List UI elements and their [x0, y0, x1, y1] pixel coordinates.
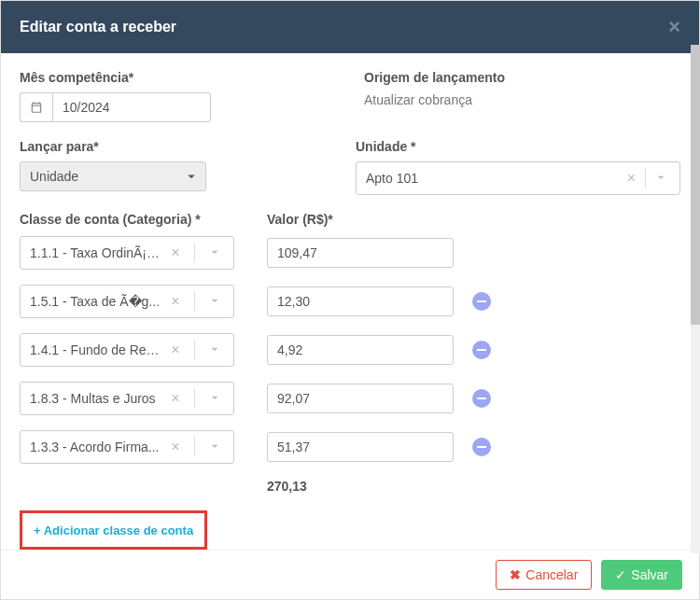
modal-header: Editar conta a receber ×: [1, 1, 699, 53]
class-select[interactable]: 1.1.1 - Taxa OrdinÃ¡ria×: [20, 236, 234, 270]
lancar-label: Lançar para*: [20, 139, 206, 154]
origem-label: Origem de lançamento: [364, 70, 680, 85]
class-row: 1.4.1 - Fundo de Res...×: [20, 333, 680, 367]
lancar-select[interactable]: Unidade: [20, 161, 206, 191]
class-value: 1.3.3 - Acordo Firma...: [30, 440, 161, 454]
chevron-down-icon[interactable]: [650, 170, 672, 188]
cancel-button[interactable]: ✖ Cancelar: [496, 560, 592, 590]
value-input[interactable]: [267, 238, 454, 268]
class-value: 1.5.1 - Taxa de Ã�g...: [30, 294, 161, 309]
svg-rect-3: [477, 446, 486, 448]
modal-title: Editar conta a receber: [20, 19, 176, 35]
modal-body: Mês competência* Origem de lançamento At…: [1, 53, 699, 550]
add-class-link[interactable]: + Adicionar classe de conta: [34, 523, 193, 537]
classes-list: 1.1.1 - Taxa OrdinÃ¡ria×1.5.1 - Taxa de …: [20, 236, 680, 464]
x-icon: ✖: [510, 567, 521, 582]
mes-input-group: [20, 92, 336, 122]
total-value: 270,13: [267, 479, 307, 494]
add-link-highlight: + Adicionar classe de conta: [20, 510, 207, 550]
modal: Editar conta a receber × Mês competência…: [0, 0, 700, 600]
separator: [194, 438, 195, 456]
save-button[interactable]: Salvar: [601, 560, 682, 590]
class-value: 1.8.3 - Multas e Juros: [30, 391, 161, 406]
classes-header: Classe de conta (Categoria) * Valor (R$)…: [20, 212, 680, 227]
clear-icon[interactable]: ×: [165, 293, 185, 310]
class-select[interactable]: 1.8.3 - Multas e Juros×: [20, 382, 234, 415]
class-select[interactable]: 1.3.3 - Acordo Firma...×: [20, 430, 234, 464]
remove-icon[interactable]: [472, 292, 491, 311]
separator: [645, 169, 646, 188]
clear-icon[interactable]: ×: [165, 390, 185, 407]
unidade-value: Apto 101: [366, 171, 622, 186]
separator: [194, 341, 195, 359]
clear-icon[interactable]: ×: [622, 170, 641, 187]
clear-icon[interactable]: ×: [165, 244, 185, 261]
class-value: 1.4.1 - Fundo de Res...: [30, 342, 161, 357]
remove-icon[interactable]: [472, 438, 491, 456]
total-row: 270,13: [20, 479, 680, 494]
class-row: 1.5.1 - Taxa de Ã�g...×: [20, 285, 680, 318]
close-icon[interactable]: ×: [668, 15, 680, 39]
separator: [194, 389, 195, 408]
clear-icon[interactable]: ×: [165, 439, 185, 455]
unidade-select[interactable]: Apto 101 ×: [356, 161, 680, 195]
class-row: 1.3.3 - Acordo Firma...×: [20, 430, 680, 464]
calendar-icon[interactable]: [20, 92, 52, 122]
class-select[interactable]: 1.4.1 - Fundo de Res...×: [20, 333, 234, 367]
class-select[interactable]: 1.5.1 - Taxa de Ã�g...×: [20, 285, 234, 318]
chevron-down-icon[interactable]: [203, 342, 226, 359]
classe-label: Classe de conta (Categoria) *: [20, 212, 267, 227]
check-icon: [615, 567, 626, 582]
svg-rect-2: [477, 398, 486, 399]
modal-footer: ✖ Cancelar Salvar: [1, 550, 699, 599]
separator: [194, 292, 195, 311]
valor-label: Valor (R$)*: [267, 212, 333, 227]
chevron-down-icon[interactable]: [203, 293, 226, 311]
unidade-label: Unidade *: [356, 139, 680, 154]
class-row: 1.1.1 - Taxa OrdinÃ¡ria×: [20, 236, 680, 270]
remove-icon[interactable]: [472, 341, 491, 359]
save-label: Salvar: [631, 567, 668, 582]
chevron-down-icon[interactable]: [203, 390, 226, 408]
class-row: 1.8.3 - Multas e Juros×: [20, 382, 680, 415]
value-input[interactable]: [267, 286, 454, 316]
svg-rect-1: [477, 349, 486, 351]
clear-icon[interactable]: ×: [165, 342, 185, 358]
separator: [194, 244, 195, 262]
mes-label: Mês competência*: [20, 70, 336, 85]
scrollbar-thumb[interactable]: [691, 45, 700, 325]
chevron-down-icon[interactable]: [203, 439, 226, 456]
value-input[interactable]: [267, 432, 454, 462]
value-input[interactable]: [267, 335, 454, 365]
chevron-down-icon[interactable]: [203, 244, 226, 262]
cancel-label: Cancelar: [525, 567, 578, 582]
origem-value: Atualizar cobrança: [364, 92, 680, 107]
svg-rect-0: [477, 300, 486, 302]
mes-input[interactable]: [52, 92, 211, 122]
class-value: 1.1.1 - Taxa OrdinÃ¡ria: [30, 245, 161, 260]
remove-icon[interactable]: [472, 389, 491, 408]
value-input[interactable]: [267, 384, 454, 413]
